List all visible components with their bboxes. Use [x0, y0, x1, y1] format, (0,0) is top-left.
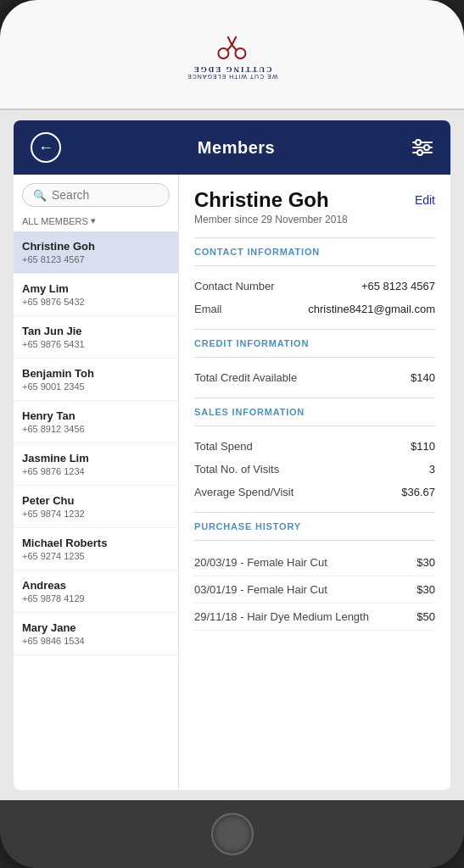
member-name: Jasmine Lim [22, 452, 170, 465]
logo-title: CUTTING EDGE [187, 65, 277, 74]
member-phone: +65 8123 4567 [22, 254, 170, 264]
member-item[interactable]: Henry Tan +65 8912 3456 [14, 401, 178, 443]
member-since: Member since 29 November 2018 [194, 214, 435, 225]
purchase-amount: $30 [416, 556, 435, 569]
contact-number-label: Contact Number [194, 280, 275, 292]
svg-line-4 [232, 36, 237, 45]
member-detail-panel: Christine Goh Edit Member since 29 Novem… [179, 175, 450, 790]
app-container: ← Members [14, 120, 450, 790]
member-name: Henry Tan [22, 409, 170, 422]
member-name: Michael Roberts [22, 537, 170, 549]
member-item[interactable]: Benjamin Toh +65 9001 2345 [14, 359, 178, 401]
sales-section-title: SALES INFORMATION [194, 407, 435, 417]
svg-point-7 [416, 140, 421, 145]
detail-member-name: Christine Goh [194, 188, 329, 212]
divider [194, 398, 435, 398]
search-input[interactable] [52, 188, 159, 202]
total-spend-value: $110 [411, 440, 435, 453]
svg-line-2 [232, 45, 238, 51]
total-spend-row: Total Spend $110 [194, 435, 435, 458]
member-item[interactable]: Mary Jane +65 9846 1534 [14, 613, 178, 655]
main-content: 🔍 ALL MEMBERS ▾ Christine Goh +65 8123 4… [14, 175, 450, 790]
contact-number-row: Contact Number +65 8123 4567 [194, 275, 435, 298]
app-header: ← Members [14, 120, 450, 175]
member-item[interactable]: Andreas +65 9878 4129 [14, 570, 178, 613]
divider [194, 265, 435, 266]
member-item[interactable]: Michael Roberts +65 9274 1235 [14, 528, 178, 570]
avg-spend-value: $36.67 [401, 486, 435, 498]
search-input-wrapper[interactable]: 🔍 [22, 183, 170, 207]
member-item[interactable]: Amy Lim +65 9876 5432 [14, 274, 178, 316]
svg-line-3 [227, 45, 232, 51]
svg-point-9 [424, 145, 429, 150]
total-credit-label: Total Credit Available [194, 371, 297, 384]
purchase-desc: 20/03/19 - Female Hair Cut [194, 556, 408, 569]
detail-header: Christine Goh Edit [194, 188, 435, 212]
divider [194, 237, 435, 238]
filter-icon [411, 139, 433, 156]
all-members-label: ALL MEMBERS [22, 216, 88, 226]
purchase-row: 03/01/19 - Female Hair Cut $30 [194, 576, 435, 604]
member-name: Andreas [22, 579, 170, 592]
visits-value: 3 [429, 463, 435, 476]
filter-button[interactable] [411, 139, 433, 156]
purchase-amount: $50 [416, 610, 435, 623]
logo-subtitle: WE CUT WITH ELEGANCE [187, 74, 277, 80]
purchase-desc: 03/01/19 - Female Hair Cut [194, 583, 408, 596]
member-name: Christine Goh [22, 240, 170, 253]
members-list-panel: 🔍 ALL MEMBERS ▾ Christine Goh +65 8123 4… [14, 175, 179, 790]
back-button[interactable]: ← [31, 132, 61, 163]
divider [194, 426, 435, 426]
purchase-row: 29/11/18 - Hair Dye Medium Length $50 [194, 604, 435, 631]
contact-section-title: CONTACT INFORMATION [194, 247, 435, 257]
divider [194, 512, 435, 513]
member-phone: +65 9274 1235 [22, 551, 170, 561]
member-name: Tan Jun Jie [22, 325, 170, 337]
divider [194, 540, 435, 541]
divider [194, 329, 435, 330]
member-phone: +65 8912 3456 [22, 424, 170, 434]
logo-container: WE CUT WITH ELEGANCE CUTTING EDGE [187, 30, 277, 80]
member-name: Benjamin Toh [22, 367, 170, 380]
purchase-desc: 29/11/18 - Hair Dye Medium Length [194, 610, 408, 623]
svg-line-5 [228, 36, 232, 45]
visits-row: Total No. of Visits 3 [194, 458, 435, 481]
purchase-section-title: PURCHASE HISTORY [194, 521, 435, 531]
member-name: Mary Jane [22, 621, 170, 634]
purchase-amount: $30 [416, 583, 435, 596]
avg-spend-row: Average Spend/Visit $36.67 [194, 481, 435, 504]
avg-spend-label: Average Spend/Visit [194, 486, 293, 498]
member-name: Amy Lim [22, 282, 170, 295]
home-button[interactable] [211, 813, 254, 855]
member-phone: +65 9876 5432 [22, 297, 170, 307]
purchase-row: 20/03/19 - Female Hair Cut $30 [194, 549, 435, 576]
edit-button[interactable]: Edit [415, 193, 435, 207]
device-top: WE CUT WITH ELEGANCE CUTTING EDGE [0, 0, 464, 110]
member-name: Peter Chu [22, 494, 170, 507]
member-item[interactable]: Peter Chu +65 9874 1232 [14, 486, 178, 528]
member-item[interactable]: Jasmine Lim +65 9876 1234 [14, 443, 178, 486]
member-phone: +65 9876 1234 [22, 466, 170, 476]
member-phone: +65 9876 5431 [22, 339, 170, 349]
divider [194, 357, 435, 358]
total-credit-row: Total Credit Available $140 [194, 366, 435, 389]
search-box: 🔍 [14, 175, 178, 212]
device-frame: WE CUT WITH ELEGANCE CUTTING EDGE [0, 0, 464, 868]
member-item[interactable]: Christine Goh +65 8123 4567 [14, 231, 178, 274]
total-spend-label: Total Spend [194, 440, 253, 453]
page-title: Members [198, 138, 275, 158]
member-phone: +65 9878 4129 [22, 593, 170, 604]
all-members-dropdown[interactable]: ALL MEMBERS ▾ [14, 212, 178, 231]
member-item[interactable]: Tan Jun Jie +65 9876 5431 [14, 316, 178, 359]
device-screen: ← Members [0, 110, 464, 800]
dropdown-chevron-icon: ▾ [91, 215, 96, 226]
email-label: Email [194, 303, 222, 315]
svg-point-1 [219, 48, 229, 58]
scissors-icon [187, 30, 277, 62]
total-credit-value: $140 [411, 371, 435, 384]
back-arrow-icon: ← [38, 140, 53, 155]
member-phone: +65 9846 1534 [22, 636, 170, 646]
members-list: Christine Goh +65 8123 4567 Amy Lim +65 … [14, 231, 178, 790]
email-row: Email christine8421@gmail.com [194, 298, 435, 320]
search-icon: 🔍 [33, 189, 47, 202]
